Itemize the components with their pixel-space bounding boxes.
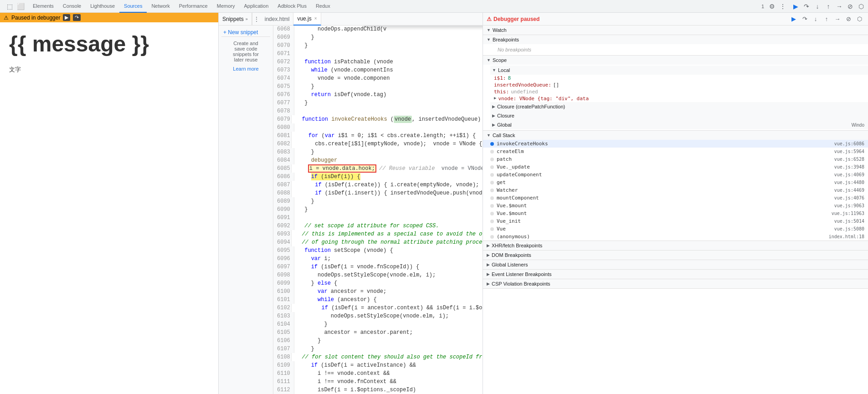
snippet-info: Create and save code snippets for later … [221, 36, 270, 75]
step-out-debugger-btn[interactable]: ↑ [822, 14, 832, 24]
step-into-btn[interactable]: ↓ [812, 1, 822, 11]
call-stack-item[interactable]: invokeCreateHooksvue.js:6086 [483, 140, 868, 148]
global-header[interactable]: ▶ Global Windo [490, 120, 868, 129]
line-code: i = vnode.data.hook; // Reuse variable v… [292, 164, 483, 173]
call-stack-item[interactable]: Vuevue.js:5080 [483, 225, 868, 233]
debugger-title-text: Debugger paused [493, 16, 539, 22]
table-row: 6089 } [273, 197, 483, 205]
watch-section: ▼ Watch [483, 26, 868, 35]
resume-debugger-btn[interactable]: ▶ [789, 14, 799, 24]
more-icon[interactable]: ⋮ [778, 1, 788, 11]
dont-pause-debugger-btn[interactable]: ⬡ [854, 14, 864, 24]
step-debugger-btn[interactable]: → [832, 14, 842, 24]
step-into-debugger-btn[interactable]: ↓ [811, 14, 821, 24]
nav-tab-lighthouse[interactable]: Lighthouse [86, 0, 119, 13]
tooltip-scrollbar[interactable] [365, 26, 483, 26]
nav-tab-elements[interactable]: Elements [28, 0, 58, 13]
table-row: 6081 for (var i$1 = 0; i$1 < cbs.create.… [273, 132, 483, 140]
file-tab-indexhtml[interactable]: index.html [261, 13, 294, 26]
table-row: 6109 if (isDef(i = activeInstance) && [273, 361, 483, 369]
call-stack-item[interactable]: createElmvue.js:5964 [483, 148, 868, 155]
table-row: 6103 nodeOps.setStyleScope(vnode.elm, i)… [273, 312, 483, 320]
resume-icon[interactable]: ▶ [63, 14, 70, 21]
nav-tab-redux[interactable]: Redux [311, 0, 335, 13]
file-tab-vuejs[interactable]: vue.js× [293, 13, 321, 26]
call-function-name: mountComponent [497, 195, 832, 201]
nav-tabs: ElementsConsoleLighthouseSourcesNetworkP… [28, 0, 760, 13]
call-location: vue.js:4069 [834, 172, 864, 177]
table-row: 6072 function isPatchable (vnode [273, 58, 483, 66]
local-header[interactable]: ▼ Local [490, 66, 868, 75]
step-out-btn[interactable]: ↑ [823, 1, 833, 11]
callstack-section: ▼ Call Stack invokeCreateHooksvue.js:608… [483, 131, 868, 241]
settings-icon[interactable]: ⚙ [767, 1, 777, 11]
scope-header[interactable]: ▼ Scope [483, 56, 868, 65]
event-listeners-header[interactable]: ▶ Event Listener Breakpoints [483, 270, 868, 279]
watch-header[interactable]: ▼ Watch [483, 26, 868, 35]
table-row: 6083 } [273, 148, 483, 156]
step-over-debugger-btn[interactable]: ↷ [800, 14, 810, 24]
call-stack-item[interactable]: Vue.$mountvue.js:11963 [483, 210, 868, 217]
file-tabs: index.htmlvue.js× [261, 13, 483, 26]
global-val: Windo [852, 123, 864, 128]
inspect-icon[interactable]: ⬚ [5, 1, 15, 11]
step-btn[interactable]: → [834, 1, 844, 11]
call-stack-item[interactable]: patchvue.js:6528 [483, 155, 868, 163]
call-stack-item[interactable]: Vue.$mountvue.js:9063 [483, 202, 868, 210]
breakpoints-header[interactable]: ▼ Breakpoints [483, 35, 868, 44]
deactivate-btn[interactable]: ⊘ [845, 1, 855, 11]
xhr-label: XHR/fetch Breakpoints [492, 243, 542, 248]
closure-create-header[interactable]: ▶ Closure (createPatchFunction) [490, 102, 868, 111]
code-area[interactable]: VNode asyncFactory:undefined asyncMeta:u… [273, 26, 483, 394]
step-icon[interactable]: ↷ [73, 14, 81, 21]
dom-header[interactable]: ▶ DOM Breakpoints [483, 251, 868, 260]
call-stack-item[interactable]: Vue_initvue.js:5014 [483, 217, 868, 225]
call-stack-item[interactable]: updateComponentvue.js:4069 [483, 171, 868, 179]
snippets-tab[interactable]: Snippets » [219, 13, 252, 26]
nav-tab-application[interactable]: Application [239, 0, 273, 13]
nav-tab-performance[interactable]: Performance [175, 0, 212, 13]
call-stack-item[interactable]: Vue._updatevue.js:3948 [483, 163, 868, 171]
nav-tab-memory[interactable]: Memory [212, 0, 240, 13]
call-location: vue.js:6528 [834, 157, 864, 162]
resume-btn[interactable]: ▶ [791, 1, 801, 11]
line-code: } [294, 337, 483, 345]
table-row: 6095 function setScope (vnode) { [273, 246, 483, 255]
debugger-warning-icon: ⚠ [487, 16, 492, 22]
closure-header[interactable]: ▶ Closure [490, 111, 868, 120]
global-listeners-section: ▶ Global Listeners [483, 260, 868, 270]
callstack-header[interactable]: ▼ Call Stack [483, 131, 868, 140]
device-icon[interactable]: ⬜ [15, 1, 26, 11]
csp-header[interactable]: ▶ CSP Violation Breakpoints [483, 279, 868, 288]
snippets-menu[interactable]: ⋮ [252, 13, 261, 26]
line-code: // set scope id attribute for scoped CSS… [294, 222, 483, 230]
nav-tab-network[interactable]: Network [147, 0, 174, 13]
nav-tab-console[interactable]: Console [58, 0, 86, 13]
call-stack-item[interactable]: mountComponentvue.js:4076 [483, 194, 868, 202]
learn-more-link[interactable]: Learn more [233, 66, 258, 72]
call-stack-item[interactable]: Watchervue.js:4469 [483, 186, 868, 194]
line-number: 6108 [273, 353, 292, 361]
line-number: 6098 [273, 271, 294, 279]
call-stack-item[interactable]: getvue.js:4480 [483, 179, 868, 186]
close-tab-icon[interactable]: × [314, 16, 317, 21]
call-function-name: Vue._update [497, 164, 832, 170]
vnode-tooltip: VNode asyncFactory:undefined asyncMeta:u… [365, 26, 483, 26]
table-row: 6071 [273, 50, 483, 58]
global-listeners-header[interactable]: ▶ Global Listeners [483, 260, 868, 269]
call-icon [490, 150, 494, 154]
dont-pause-btn[interactable]: ⬡ [856, 1, 866, 11]
new-snippet-button[interactable]: + New snippet [221, 28, 270, 36]
line-number: 6104 [273, 320, 294, 328]
table-row: 6092 // set scope id attribute for scope… [273, 222, 483, 230]
line-number: 6090 [273, 205, 294, 214]
xhr-header[interactable]: ▶ XHR/fetch Breakpoints [483, 241, 868, 250]
table-row: 6078 [273, 107, 483, 115]
nav-tab-adblock[interactable]: Adblock Plus [273, 0, 311, 13]
nav-tab-sources[interactable]: Sources [119, 0, 147, 13]
line-code [294, 50, 483, 58]
step-over-btn[interactable]: ↷ [801, 1, 812, 11]
call-function-name: (anonymous) [497, 234, 826, 240]
call-stack-item[interactable]: (anonymous)index.html:18 [483, 233, 868, 240]
deactivate-debugger-btn[interactable]: ⊘ [843, 14, 853, 24]
